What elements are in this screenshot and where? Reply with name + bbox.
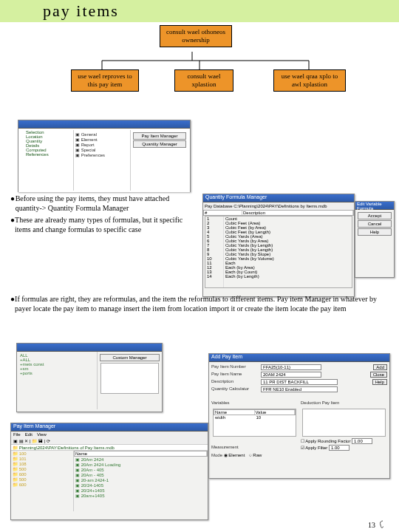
id-col: 1234567891011121314 — [205, 216, 224, 287]
pay-item-number-field[interactable]: FFA25(10-11) — [261, 364, 321, 370]
org-right: use wael qraa xplo to awl xplastion — [273, 69, 346, 92]
middle-pane: ▣ General▣ Element▣ Report▣ Special▣ Pre… — [74, 130, 131, 191]
apply-filter-checkbox[interactable]: ☑ Apply Filter 1.00 — [301, 445, 387, 451]
screenshot-quantity-formula-manager: Quantity Formula Manager Pay Database C:… — [202, 194, 355, 297]
org-left: use wael reproves to this pay item — [71, 69, 139, 92]
bullet-list-upper: ●Before using the pay items, they must h… — [10, 194, 194, 236]
ear-icon — [378, 520, 387, 529]
button-pane: Pay Item Manager Quantity Manager — [131, 130, 188, 191]
apply-rounding-checkbox[interactable]: ☐ Apply Rounding Factor 1.00 — [301, 438, 387, 444]
screenshot-definition-online: Selection Location Quantity Details Comp… — [18, 120, 191, 192]
org-mid: consult wael xplastion — [174, 69, 233, 92]
add-button[interactable]: Add — [373, 364, 387, 370]
screenshot-edit-variable: Edit Variable Formula Accept Cancel Help — [355, 201, 395, 278]
page-number: 13 — [368, 520, 387, 529]
close-button[interactable]: Close — [370, 372, 387, 378]
cancel-button[interactable]: Cancel — [358, 220, 392, 228]
tree-pane: Selection Location Quantity Details Comp… — [20, 130, 74, 191]
mode-element-radio[interactable]: ◉ Element — [224, 453, 245, 457]
org-top: consult wael othoneos ownership — [160, 25, 232, 47]
custom-manager-button[interactable]: Custom Manager — [100, 354, 160, 361]
screenshot-add-pay-item: Add Pay Item Pay Item NumberFFA25(10-11)… — [208, 353, 390, 479]
pay-item-manager-button[interactable]: Pay Item Manager — [133, 132, 186, 140]
bullet-list-lower: ●If formulas are right, they are reformu… — [10, 294, 387, 313]
accept-button[interactable]: Accept — [358, 212, 392, 219]
help-button[interactable]: Help — [358, 228, 392, 236]
help-button-2[interactable]: Help — [372, 379, 387, 385]
page-title: pay items — [0, 0, 399, 22]
folder-tree[interactable]: 📁 100 📁 101 📁 108 📁 500 📁 600 📁 500 📁 60… — [11, 451, 74, 511]
org-chart: consult wael othoneos ownership use wael… — [0, 25, 399, 112]
screenshot-custom-editor: ALL +ALL +mets const +sm +ports Custom M… — [16, 343, 163, 412]
description-field[interactable]: 11 PR DIST BACKFILL — [261, 379, 338, 385]
tree-d: ALL +ALL +mets const +sm +ports — [17, 352, 98, 409]
quantity-manager-button[interactable]: Quantity Manager — [133, 140, 186, 148]
menu-bar[interactable]: FileEditView — [11, 432, 208, 437]
pay-item-name-field[interactable]: 20AM 2424 — [261, 372, 321, 378]
db-path: Pay Database C:\Planning\2024\PAY\Defini… — [203, 202, 354, 210]
desc-col: CountCubic Feet (Area)Cubic Feet (by Are… — [224, 216, 352, 287]
mode-raw-radio[interactable]: ○ Raw — [249, 453, 262, 457]
quantity-calc-field[interactable]: FFR NE10 Enabled — [261, 386, 338, 392]
item-list[interactable]: Name ▣ 20Am 2424 ▣ 20Am 2424 Loading ▣ 2… — [74, 451, 208, 511]
screenshot-pay-item-manager: Pay Item Manager FileEditView ▣ ▤ ✕ | 📁 … — [10, 423, 208, 520]
